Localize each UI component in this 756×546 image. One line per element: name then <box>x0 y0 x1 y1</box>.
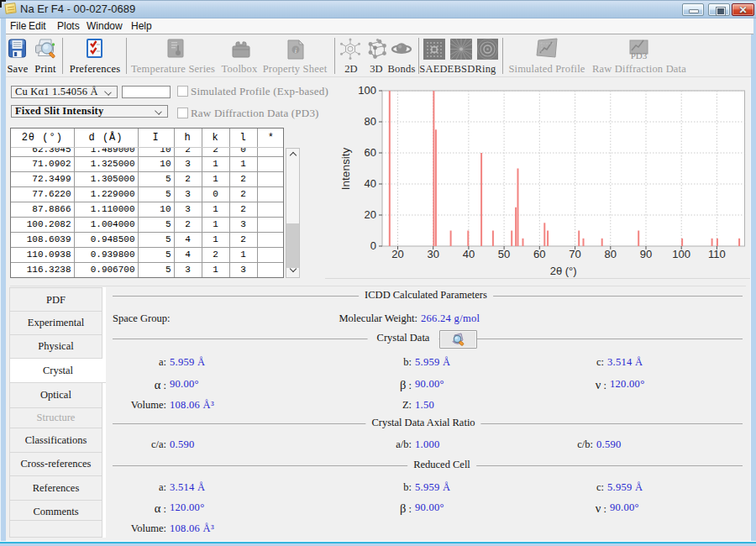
svg-text:2θ (°): 2θ (°) <box>550 265 577 277</box>
svg-text:110: 110 <box>708 248 726 260</box>
svg-text:80: 80 <box>365 115 376 128</box>
svg-text:30: 30 <box>427 248 438 260</box>
svg-text:80: 80 <box>605 248 617 260</box>
svg-text:20: 20 <box>365 208 376 221</box>
svg-text:40: 40 <box>365 177 376 190</box>
svg-text:100: 100 <box>672 248 690 260</box>
svg-text:50: 50 <box>498 248 510 260</box>
svg-text:70: 70 <box>569 248 580 260</box>
svg-text:40: 40 <box>463 248 475 260</box>
svg-text:20: 20 <box>391 248 403 260</box>
svg-text:60: 60 <box>533 248 545 260</box>
svg-text:0: 0 <box>370 239 376 252</box>
svg-text:PD3: PD3 <box>631 50 648 60</box>
svg-text:Intensity: Intensity <box>339 148 352 191</box>
svg-text:90: 90 <box>640 248 652 260</box>
svg-text:60: 60 <box>365 146 376 159</box>
svg-text:100: 100 <box>358 84 376 97</box>
